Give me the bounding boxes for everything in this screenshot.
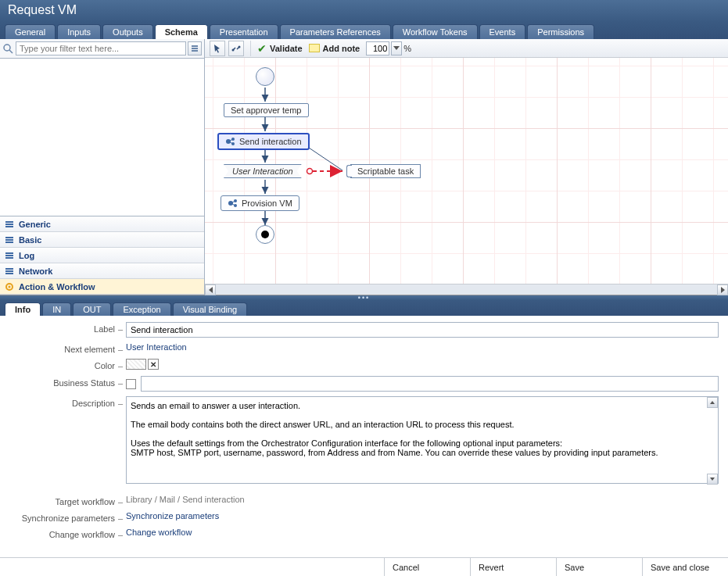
add-note-label: Add note [323,44,360,53]
svg-point-27 [307,169,313,174]
top-tabstrip: General Inputs Outputs Schema Presentati… [0,22,728,39]
svg-line-26 [307,146,342,170]
palette-panel: Generic Basic Log Network Action & Workf… [0,39,205,295]
svg-point-19 [232,48,235,51]
canvas-horizontal-scrollbar[interactable] [205,284,728,295]
svg-line-38 [232,204,235,206]
node-provision-vm[interactable]: Provision VM [221,195,299,211]
scroll-right-button[interactable] [717,284,728,295]
node-send-interaction[interactable]: Send interaction [217,133,310,150]
svg-rect-5 [5,221,13,223]
svg-point-36 [234,204,237,207]
chevron-right-icon [721,287,725,293]
canvas-scroll[interactable]: Set approver temp Send interaction User … [205,58,728,284]
tab-visual-binding[interactable]: Visual Binding [173,302,248,316]
pointer-tool-button[interactable] [210,41,225,56]
node-user-interaction[interactable]: User Interaction [224,164,302,178]
workflow-canvas[interactable]: Set approver temp Send interaction User … [205,58,728,284]
change-workflow-label: Change workflow [9,528,115,539]
svg-line-33 [230,142,232,144]
change-workflow-link[interactable]: Change workflow [126,528,192,537]
svg-rect-8 [5,237,13,238]
category-icon [5,251,14,260]
window-title: Request VM [0,0,728,22]
svg-rect-16 [5,273,13,274]
svg-point-34 [228,201,233,206]
tab-events[interactable]: Events [479,24,526,39]
next-element-label: Next element [9,342,115,354]
node-label: Provision VM [242,199,292,208]
business-status-checkbox[interactable] [126,379,136,389]
filter-options-button[interactable] [188,41,202,55]
category-icon [5,235,14,245]
tab-presentation[interactable]: Presentation [210,24,278,39]
svg-rect-12 [5,255,13,256]
gear-icon [5,282,14,292]
workflow-icon [225,136,236,147]
tab-permissions[interactable]: Permissions [527,24,594,39]
palette-item-network[interactable]: Network [0,263,204,279]
svg-point-20 [238,45,241,48]
save-button[interactable]: Save [556,558,642,576]
description-textarea[interactable] [126,396,719,484]
palette-item-basic[interactable]: Basic [0,232,204,248]
tab-parameters-references[interactable]: Parameters References [280,24,391,39]
tab-info[interactable]: Info [5,302,41,316]
chevron-left-icon [209,287,213,293]
validate-button[interactable]: ✔ Validate [257,43,303,54]
tab-workflow-tokens[interactable]: Workflow Tokens [393,24,478,39]
palette-item-generic[interactable]: Generic [0,216,204,232]
tab-out[interactable]: OUT [73,302,111,316]
svg-point-30 [231,138,235,141]
zoom-input[interactable] [366,41,389,55]
search-icon [2,43,13,54]
horizontal-splitter[interactable] [0,295,728,300]
color-clear-button[interactable]: ✕ [148,359,159,370]
label-input[interactable] [126,322,719,338]
link-tool-button[interactable] [228,41,244,56]
tab-in[interactable]: IN [42,302,71,316]
business-status-label: Business Status [9,376,115,388]
scroll-down-button[interactable] [707,474,718,485]
svg-rect-10 [5,241,13,243]
zoom-dropdown-button[interactable] [391,41,402,55]
chevron-down-icon [393,46,400,50]
category-icon [5,220,14,229]
next-element-link[interactable]: User Interaction [126,342,187,352]
svg-line-32 [230,140,232,141]
palette-item-action-workflow[interactable]: Action & Workflow [0,279,204,295]
palette-item-log[interactable]: Log [0,248,204,263]
add-note-button[interactable]: Add note [309,44,360,53]
label-field-label: Label [9,322,115,334]
tab-exception[interactable]: Exception [113,302,170,316]
category-icon [5,267,14,276]
end-node[interactable] [256,225,274,244]
svg-rect-6 [5,224,13,225]
textarea-scrollbar[interactable] [707,397,718,485]
tab-schema[interactable]: Schema [155,24,208,39]
zoom-control: % [366,41,411,55]
scroll-up-button[interactable] [707,397,718,408]
start-node[interactable] [256,67,274,86]
node-scriptable-task[interactable]: Scriptable task [350,164,421,178]
save-and-close-button[interactable]: Save and close [642,558,728,576]
revert-button[interactable]: Revert [470,558,556,576]
tab-inputs[interactable]: Inputs [57,24,101,39]
tab-general[interactable]: General [5,24,56,39]
filter-input[interactable] [16,41,186,55]
canvas-panel: ✔ Validate Add note % [205,39,728,295]
canvas-toolbar: ✔ Validate Add note % [205,39,728,58]
cancel-button[interactable]: Cancel [384,558,470,576]
zoom-unit: % [403,44,411,53]
filter-bar [0,39,204,59]
synchronize-parameters-link[interactable]: Synchronize parameters [126,511,219,521]
node-set-approver-temp[interactable]: Set approver temp [224,103,309,117]
business-status-input[interactable] [141,376,719,392]
scroll-left-button[interactable] [205,284,216,295]
svg-rect-9 [5,239,13,241]
tab-outputs[interactable]: Outputs [102,24,153,39]
color-swatch[interactable] [126,359,146,370]
svg-point-35 [234,199,237,202]
svg-rect-11 [5,252,13,254]
details-tabstrip: Info IN OUT Exception Visual Binding [0,300,728,316]
